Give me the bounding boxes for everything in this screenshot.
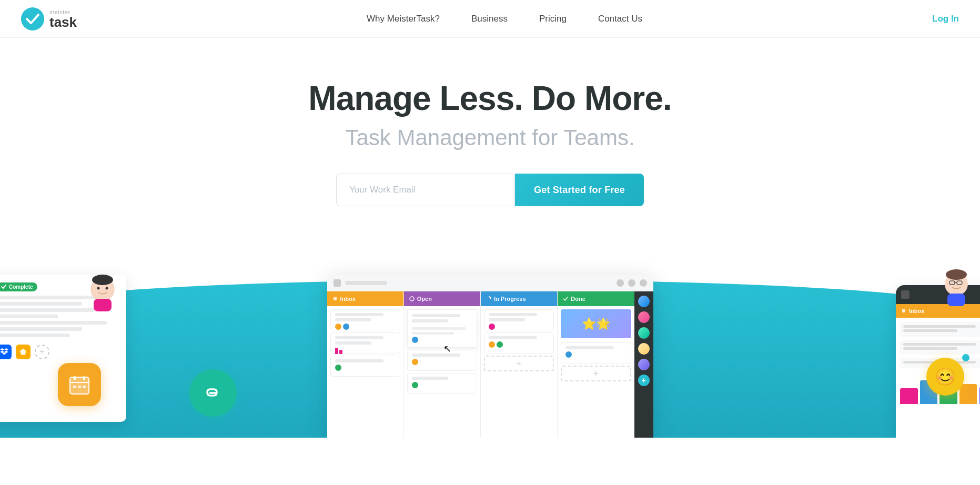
kanban-right-sidebar: + <box>634 291 653 438</box>
hero-title: Manage Less. Do More. <box>11 80 969 117</box>
nav-link-why[interactable]: Why MeisterTask? <box>367 14 440 24</box>
sketch-icon <box>16 345 31 359</box>
task-card <box>407 350 477 371</box>
hero-section: Manage Less. Do More. Task Management fo… <box>0 38 980 259</box>
svg-point-20 <box>410 297 414 301</box>
nav-item-pricing[interactable]: Pricing <box>539 14 567 24</box>
add-task-button[interactable]: + <box>484 356 554 371</box>
svg-point-11 <box>97 287 100 290</box>
svg-rect-10 <box>94 299 112 311</box>
svg-rect-15 <box>74 376 76 380</box>
nav-link-contact[interactable]: Contact Us <box>598 14 642 24</box>
svg-point-9 <box>92 275 113 285</box>
cursor-icon: ↖ <box>443 343 451 355</box>
check-icon <box>1 284 6 289</box>
kanban-col-inbox: Inbox <box>327 291 404 438</box>
logo-task: task <box>49 15 77 29</box>
nav-link-business[interactable]: Business <box>471 14 508 24</box>
sidebar-avatar-4 <box>638 343 650 355</box>
svg-point-26 <box>946 269 967 280</box>
kanban-col-done: Done ⭐🌟 + <box>558 291 634 438</box>
svg-rect-18 <box>78 386 81 388</box>
character-avatar-left <box>84 275 121 311</box>
add-integration-button[interactable]: + <box>35 345 49 359</box>
logo-text: meister task <box>49 9 77 29</box>
email-input[interactable] <box>336 174 515 206</box>
calendar-float-icon <box>58 363 101 406</box>
svg-point-0 <box>21 7 44 31</box>
sidebar-avatar-5 <box>638 359 650 370</box>
nav-item-why[interactable]: Why MeisterTask? <box>367 14 440 24</box>
dropbox-icon <box>0 345 12 359</box>
svg-marker-6 <box>20 349 26 355</box>
hero-subtitle: Task Management for Teams. <box>11 125 969 150</box>
svg-rect-27 <box>947 294 965 306</box>
character-avatar-right <box>938 269 975 306</box>
app-icons-row: + <box>0 345 119 359</box>
add-member-button[interactable]: + <box>638 375 650 386</box>
svg-marker-1 <box>0 348 4 351</box>
task-card <box>330 356 400 377</box>
nav-item-business[interactable]: Business <box>471 14 508 24</box>
nav-link-pricing[interactable]: Pricing <box>539 14 567 24</box>
sidebar-avatar-1 <box>638 296 650 307</box>
task-card <box>561 342 631 363</box>
task-card <box>484 332 554 353</box>
task-card <box>330 332 400 353</box>
nav-item-contact[interactable]: Contact Us <box>598 14 642 24</box>
svg-rect-19 <box>83 386 86 388</box>
task-card <box>407 373 477 394</box>
kanban-board: Inbox <box>327 275 653 438</box>
mobile-card <box>900 322 980 337</box>
hero-form: Get Started for Free <box>11 174 969 206</box>
logo[interactable]: meister task <box>21 7 77 31</box>
svg-rect-17 <box>73 386 76 388</box>
complete-badge: Complete <box>0 282 37 291</box>
task-card <box>484 309 554 330</box>
expanded-task-card: ↖ <box>407 309 477 348</box>
screenshots-section: Complete <box>0 259 980 438</box>
kanban-topbar <box>327 275 653 291</box>
cta-button[interactable]: Get Started for Free <box>515 174 644 206</box>
svg-rect-16 <box>83 376 85 380</box>
kanban-col-open: Open <box>404 291 481 438</box>
done-image-card: ⭐🌟 <box>561 309 631 338</box>
task-card <box>330 309 400 330</box>
svg-marker-2 <box>4 348 8 351</box>
mobile-card <box>900 340 980 355</box>
link-float-icon <box>189 369 237 417</box>
sidebar-avatar-3 <box>638 327 650 339</box>
add-task-button[interactable]: + <box>561 366 631 381</box>
logo-icon <box>21 7 44 31</box>
sidebar-avatar-2 <box>638 311 650 323</box>
kanban-col-inprogress: In Progress <box>481 291 558 438</box>
svg-point-12 <box>106 287 108 290</box>
nav-links: Why MeisterTask? Business Pricing Contac… <box>367 14 642 24</box>
navbar: meister task Why MeisterTask? Business P… <box>0 0 980 38</box>
login-link[interactable]: Log In <box>932 14 959 24</box>
smiley-float-icon: 😊 <box>926 358 964 396</box>
screenshots-container: Complete <box>0 259 980 438</box>
